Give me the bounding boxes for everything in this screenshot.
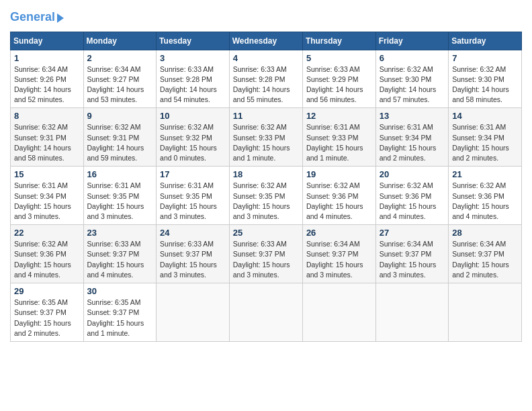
calendar-cell: 19Sunrise: 6:32 AM Sunset: 9:36 PM Dayli…: [302, 167, 375, 225]
calendar-week-row-5: 29Sunrise: 6:35 AM Sunset: 9:37 PM Dayli…: [11, 283, 522, 342]
calendar-cell: [229, 283, 302, 342]
day-number: 30: [87, 286, 153, 296]
day-info: Sunrise: 6:32 AM Sunset: 9:31 PM Dayligh…: [87, 122, 153, 163]
day-info: Sunrise: 6:34 AM Sunset: 9:27 PM Dayligh…: [87, 64, 153, 105]
logo: General: [10, 10, 64, 25]
day-info: Sunrise: 6:32 AM Sunset: 9:36 PM Dayligh…: [380, 181, 445, 222]
day-info: Sunrise: 6:32 AM Sunset: 9:36 PM Dayligh…: [452, 181, 518, 222]
day-number: 6: [380, 53, 445, 63]
calendar-cell: 4Sunrise: 6:33 AM Sunset: 9:28 PM Daylig…: [229, 50, 302, 108]
calendar-cell: 21Sunrise: 6:32 AM Sunset: 9:36 PM Dayli…: [449, 167, 522, 225]
weekday-header-thursday: Thursday: [302, 32, 375, 50]
day-number: 22: [14, 228, 80, 238]
weekday-header-monday: Monday: [83, 32, 157, 50]
day-info: Sunrise: 6:32 AM Sunset: 9:35 PM Dayligh…: [233, 181, 299, 222]
calendar-cell: 27Sunrise: 6:34 AM Sunset: 9:37 PM Dayli…: [375, 225, 449, 283]
day-number: 5: [306, 53, 372, 63]
day-info: Sunrise: 6:31 AM Sunset: 9:35 PM Dayligh…: [160, 181, 226, 222]
day-info: Sunrise: 6:33 AM Sunset: 9:28 PM Dayligh…: [233, 64, 299, 105]
day-info: Sunrise: 6:35 AM Sunset: 9:37 PM Dayligh…: [87, 298, 153, 338]
calendar-cell: 7Sunrise: 6:32 AM Sunset: 9:30 PM Daylig…: [449, 50, 522, 108]
calendar-cell: 26Sunrise: 6:34 AM Sunset: 9:37 PM Dayli…: [302, 225, 375, 283]
calendar-cell: 30Sunrise: 6:35 AM Sunset: 9:37 PM Dayli…: [83, 283, 157, 342]
day-number: 1: [14, 53, 80, 63]
day-info: Sunrise: 6:33 AM Sunset: 9:37 PM Dayligh…: [233, 239, 299, 280]
day-info: Sunrise: 6:33 AM Sunset: 9:37 PM Dayligh…: [87, 239, 153, 280]
day-info: Sunrise: 6:31 AM Sunset: 9:34 PM Dayligh…: [380, 122, 445, 163]
day-info: Sunrise: 6:32 AM Sunset: 9:30 PM Dayligh…: [452, 64, 518, 105]
calendar-cell: 18Sunrise: 6:32 AM Sunset: 9:35 PM Dayli…: [229, 167, 302, 225]
day-number: 14: [452, 111, 518, 121]
day-info: Sunrise: 6:35 AM Sunset: 9:37 PM Dayligh…: [14, 298, 80, 338]
calendar-cell: 5Sunrise: 6:33 AM Sunset: 9:29 PM Daylig…: [302, 50, 375, 108]
day-number: 28: [452, 228, 518, 238]
calendar-cell: 2Sunrise: 6:34 AM Sunset: 9:27 PM Daylig…: [83, 50, 157, 108]
calendar-week-row-1: 1Sunrise: 6:34 AM Sunset: 9:26 PM Daylig…: [11, 50, 522, 108]
weekday-header-sunday: Sunday: [11, 32, 84, 50]
calendar-cell: 3Sunrise: 6:33 AM Sunset: 9:28 PM Daylig…: [157, 50, 230, 108]
day-info: Sunrise: 6:34 AM Sunset: 9:37 PM Dayligh…: [380, 239, 445, 280]
day-number: 25: [233, 228, 299, 238]
calendar-week-row-2: 8Sunrise: 6:32 AM Sunset: 9:31 PM Daylig…: [11, 108, 522, 167]
day-number: 19: [306, 169, 372, 179]
calendar-cell: 1Sunrise: 6:34 AM Sunset: 9:26 PM Daylig…: [11, 50, 84, 108]
day-info: Sunrise: 6:31 AM Sunset: 9:33 PM Dayligh…: [306, 122, 372, 163]
calendar-week-row-3: 15Sunrise: 6:31 AM Sunset: 9:34 PM Dayli…: [11, 167, 522, 225]
calendar-cell: 14Sunrise: 6:31 AM Sunset: 9:34 PM Dayli…: [449, 108, 522, 167]
weekday-header-row: SundayMondayTuesdayWednesdayThursdayFrid…: [11, 32, 522, 50]
calendar-cell: 16Sunrise: 6:31 AM Sunset: 9:35 PM Dayli…: [83, 167, 157, 225]
day-info: Sunrise: 6:32 AM Sunset: 9:32 PM Dayligh…: [160, 122, 226, 163]
day-info: Sunrise: 6:32 AM Sunset: 9:31 PM Dayligh…: [14, 122, 80, 163]
day-number: 18: [233, 169, 299, 179]
day-number: 11: [233, 111, 299, 121]
day-info: Sunrise: 6:31 AM Sunset: 9:35 PM Dayligh…: [87, 181, 153, 222]
weekday-header-friday: Friday: [375, 32, 449, 50]
day-number: 23: [87, 228, 153, 238]
logo-name: General: [10, 10, 55, 25]
calendar-cell: 9Sunrise: 6:32 AM Sunset: 9:31 PM Daylig…: [83, 108, 157, 167]
calendar-cell: 6Sunrise: 6:32 AM Sunset: 9:30 PM Daylig…: [375, 50, 449, 108]
calendar-table: SundayMondayTuesdayWednesdayThursdayFrid…: [10, 32, 522, 342]
logo-arrow-icon: [57, 13, 64, 23]
day-number: 9: [87, 111, 153, 121]
calendar-cell: 8Sunrise: 6:32 AM Sunset: 9:31 PM Daylig…: [11, 108, 84, 167]
day-info: Sunrise: 6:34 AM Sunset: 9:37 PM Dayligh…: [306, 239, 372, 280]
weekday-header-tuesday: Tuesday: [157, 32, 230, 50]
weekday-header-wednesday: Wednesday: [229, 32, 302, 50]
day-number: 12: [306, 111, 372, 121]
day-number: 29: [14, 286, 80, 296]
calendar-cell: 24Sunrise: 6:33 AM Sunset: 9:37 PM Dayli…: [157, 225, 230, 283]
calendar-cell: 23Sunrise: 6:33 AM Sunset: 9:37 PM Dayli…: [83, 225, 157, 283]
day-number: 4: [233, 53, 299, 63]
logo-general: General: [10, 10, 55, 24]
day-info: Sunrise: 6:31 AM Sunset: 9:34 PM Dayligh…: [452, 122, 518, 163]
calendar-cell: 11Sunrise: 6:32 AM Sunset: 9:33 PM Dayli…: [229, 108, 302, 167]
calendar-cell: 12Sunrise: 6:31 AM Sunset: 9:33 PM Dayli…: [302, 108, 375, 167]
day-number: 24: [160, 228, 226, 238]
page-container: General SundayMondayTuesdayWednesdayThur…: [10, 10, 522, 342]
day-number: 10: [160, 111, 226, 121]
day-info: Sunrise: 6:31 AM Sunset: 9:34 PM Dayligh…: [14, 181, 80, 222]
day-number: 21: [452, 169, 518, 179]
calendar-cell: 25Sunrise: 6:33 AM Sunset: 9:37 PM Dayli…: [229, 225, 302, 283]
calendar-cell: 29Sunrise: 6:35 AM Sunset: 9:37 PM Dayli…: [11, 283, 84, 342]
day-number: 20: [380, 169, 445, 179]
day-info: Sunrise: 6:34 AM Sunset: 9:26 PM Dayligh…: [14, 64, 80, 105]
logo-text-block: General: [10, 10, 64, 25]
calendar-cell: 20Sunrise: 6:32 AM Sunset: 9:36 PM Dayli…: [375, 167, 449, 225]
calendar-cell: [375, 283, 449, 342]
calendar-cell: [157, 283, 230, 342]
day-number: 2: [87, 53, 153, 63]
calendar-header: SundayMondayTuesdayWednesdayThursdayFrid…: [11, 32, 522, 50]
day-number: 15: [14, 169, 80, 179]
day-number: 7: [452, 53, 518, 63]
weekday-header-saturday: Saturday: [449, 32, 522, 50]
calendar-week-row-4: 22Sunrise: 6:32 AM Sunset: 9:36 PM Dayli…: [11, 225, 522, 283]
calendar-cell: 15Sunrise: 6:31 AM Sunset: 9:34 PM Dayli…: [11, 167, 84, 225]
day-info: Sunrise: 6:33 AM Sunset: 9:37 PM Dayligh…: [160, 239, 226, 280]
day-info: Sunrise: 6:32 AM Sunset: 9:36 PM Dayligh…: [306, 181, 372, 222]
day-info: Sunrise: 6:32 AM Sunset: 9:33 PM Dayligh…: [233, 122, 299, 163]
day-number: 27: [380, 228, 445, 238]
day-number: 13: [380, 111, 445, 121]
day-info: Sunrise: 6:34 AM Sunset: 9:37 PM Dayligh…: [452, 239, 518, 280]
